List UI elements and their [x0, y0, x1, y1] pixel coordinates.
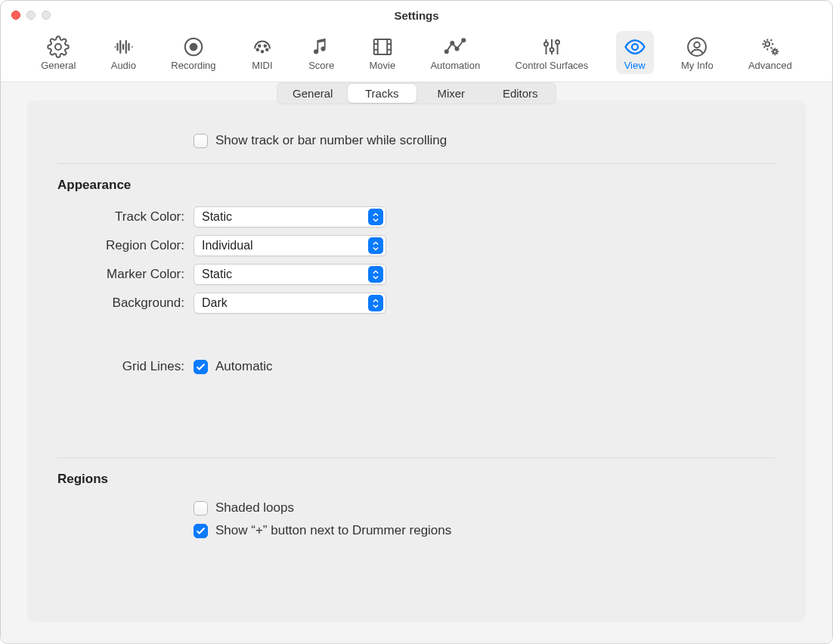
segment-general[interactable]: General [278, 84, 348, 103]
background-label: Background: [57, 296, 184, 311]
select-value: Dark [202, 296, 228, 310]
titlebar: Settings [1, 1, 832, 29]
svg-point-5 [266, 49, 268, 51]
toolbar-recording[interactable]: Recording [163, 31, 223, 74]
select-arrows-icon [368, 266, 383, 283]
toolbar-label: Audio [111, 60, 136, 71]
view-segmented-control: General Tracks Mixer Editors [277, 82, 556, 104]
inner-panel: General Tracks Mixer Editors Show track … [27, 101, 806, 622]
section-appearance-title: Appearance [57, 178, 776, 193]
select-value: Static [202, 210, 232, 224]
sliders-icon [540, 36, 563, 58]
record-icon [182, 36, 205, 58]
music-notes-icon [310, 36, 333, 58]
svg-point-12 [463, 39, 466, 42]
section-regions-title: Regions [57, 472, 776, 487]
segment-tracks[interactable]: Tracks [348, 84, 417, 103]
svg-point-16 [632, 44, 638, 50]
marker-color-select[interactable]: Static [194, 264, 386, 285]
svg-point-11 [456, 48, 459, 51]
grid-lines-label: Grid Lines: [57, 359, 184, 374]
select-arrows-icon [368, 237, 383, 254]
toolbar-control-surfaces[interactable]: Control Surfaces [508, 31, 596, 74]
automation-icon [444, 36, 466, 58]
content-area: General Tracks Mixer Editors Show track … [1, 82, 832, 643]
toolbar-audio[interactable]: Audio [104, 31, 144, 74]
select-arrows-icon [368, 295, 383, 311]
film-icon [371, 36, 394, 58]
toolbar-advanced[interactable]: Advanced [741, 31, 800, 74]
toolbar-label: My Info [681, 60, 714, 71]
settings-toolbar: General Audio Recording MIDI Score [1, 29, 832, 82]
svg-point-2 [190, 44, 197, 51]
svg-point-7 [264, 45, 266, 48]
select-arrows-icon [368, 209, 383, 225]
toolbar-movie[interactable]: Movie [361, 31, 403, 74]
select-value: Individual [202, 239, 253, 252]
region-color-select[interactable]: Individual [194, 235, 386, 256]
toolbar-midi[interactable]: MIDI [243, 31, 281, 74]
svg-point-4 [262, 51, 264, 53]
toolbar-label: View [624, 60, 646, 71]
toolbar-label: General [41, 60, 76, 71]
toolbar-label: Score [308, 60, 334, 71]
svg-rect-8 [374, 39, 392, 54]
svg-point-19 [765, 42, 770, 46]
svg-point-13 [544, 42, 548, 46]
svg-point-14 [550, 48, 553, 51]
toolbar-label: Automation [430, 60, 480, 71]
svg-point-3 [256, 49, 259, 51]
toolbar-label: Recording [171, 60, 215, 71]
svg-point-9 [445, 50, 448, 53]
toolbar-general[interactable]: General [33, 31, 83, 74]
grid-lines-value: Automatic [215, 359, 273, 374]
toolbar-label: Control Surfaces [516, 60, 589, 71]
toolbar-label: Movie [369, 60, 395, 71]
checkbox-label: Show track or bar number while scrolling [215, 133, 447, 148]
eye-icon [624, 36, 646, 58]
marker-color-label: Marker Color: [57, 267, 184, 282]
region-color-label: Region Color: [57, 238, 184, 253]
toolbar-my-info[interactable]: My Info [674, 31, 721, 74]
segment-mixer[interactable]: Mixer [416, 84, 486, 103]
toolbar-label: MIDI [252, 60, 272, 71]
segment-editors[interactable]: Editors [486, 84, 556, 103]
background-select[interactable]: Dark [194, 293, 386, 314]
track-color-select[interactable]: Static [194, 206, 386, 228]
checkbox-shaded-loops[interactable] [194, 501, 208, 516]
checkbox-grid-lines[interactable] [194, 360, 208, 374]
checkbox-label: Show “+” button next to Drummer regions [215, 523, 451, 538]
track-color-label: Track Color: [57, 209, 184, 224]
svg-point-18 [695, 42, 701, 48]
select-value: Static [202, 268, 232, 281]
checkbox-show-plus-drummer[interactable] [194, 524, 208, 538]
person-circle-icon [686, 36, 708, 58]
midi-icon [251, 36, 274, 58]
toolbar-automation[interactable]: Automation [423, 31, 488, 74]
svg-point-10 [451, 42, 454, 45]
window-title: Settings [1, 9, 832, 22]
gears-icon [759, 36, 782, 58]
settings-window: Settings General Audio Recording MIDI [0, 0, 833, 644]
toolbar-score[interactable]: Score [301, 31, 342, 74]
checkbox-label: Shaded loops [215, 500, 294, 516]
waveform-icon [112, 36, 135, 58]
svg-point-6 [259, 45, 261, 48]
svg-point-20 [773, 50, 777, 54]
svg-point-0 [55, 44, 61, 50]
checkbox-show-track-bar[interactable] [194, 134, 208, 148]
toolbar-label: Advanced [748, 60, 792, 71]
gear-icon [47, 36, 70, 58]
toolbar-view[interactable]: View [616, 31, 654, 74]
svg-point-15 [556, 40, 559, 44]
